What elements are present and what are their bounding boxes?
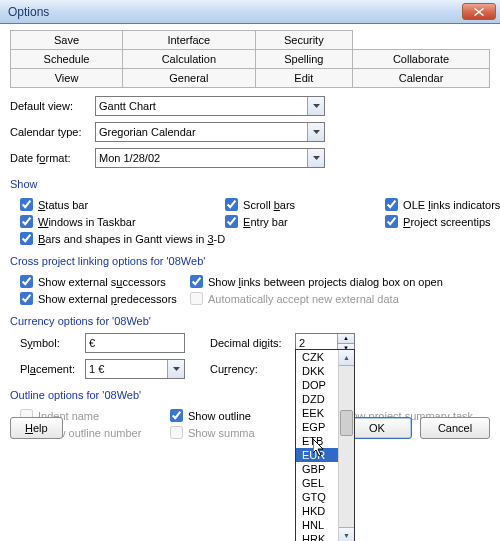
show-ext-pred-checkbox[interactable] bbox=[20, 292, 33, 305]
currency-option[interactable]: CZK bbox=[296, 350, 338, 364]
project-screentips-label: Project screentips bbox=[403, 216, 490, 228]
tab-general[interactable]: General bbox=[123, 69, 256, 88]
currency-option[interactable]: ETB bbox=[296, 434, 338, 448]
status-bar-checkbox[interactable] bbox=[20, 198, 33, 211]
titlebar: Options bbox=[0, 0, 500, 24]
auto-accept-checkbox bbox=[190, 292, 203, 305]
currency-option[interactable]: EEK bbox=[296, 406, 338, 420]
currency-option[interactable]: DKK bbox=[296, 364, 338, 378]
scroll-bars-label: Scroll bars bbox=[243, 199, 295, 211]
show-links-dialog-checkbox[interactable] bbox=[190, 275, 203, 288]
entry-bar-label: Entry bar bbox=[243, 216, 288, 228]
decimal-digits-value: 2 bbox=[299, 337, 305, 349]
cross-section-title: Cross project linking options for '08Web… bbox=[10, 255, 490, 267]
currency-option[interactable]: GTQ bbox=[296, 490, 338, 504]
show-ext-succ-label: Show external successors bbox=[38, 276, 166, 288]
tab-spelling[interactable]: Spelling bbox=[255, 50, 352, 69]
currency-section-title: Currency options for '08Web' bbox=[10, 315, 490, 327]
tab-security[interactable]: Security bbox=[255, 31, 352, 50]
date-format-select[interactable]: Mon 1/28/02 bbox=[95, 148, 325, 168]
currency-label: Currency: bbox=[210, 363, 295, 375]
calendar-type-value: Gregorian Calendar bbox=[99, 126, 196, 138]
scroll-thumb[interactable] bbox=[340, 410, 353, 436]
tab-save[interactable]: Save bbox=[11, 31, 123, 50]
currency-option[interactable]: HKD bbox=[296, 504, 338, 518]
currency-option[interactable]: DOP bbox=[296, 378, 338, 392]
show-links-dialog-label: Show links between projects dialog box o… bbox=[208, 276, 443, 288]
ole-links-checkbox[interactable] bbox=[385, 198, 398, 211]
currency-option[interactable]: GEL bbox=[296, 476, 338, 490]
bars-shapes-checkbox[interactable] bbox=[20, 232, 33, 245]
currency-dropdown-list[interactable]: CZKDKKDOPDZDEEKEGPETBEURGBPGELGTQHKDHNLH… bbox=[295, 349, 355, 541]
cancel-button[interactable]: Cancel bbox=[420, 417, 490, 439]
show-ext-succ-checkbox[interactable] bbox=[20, 275, 33, 288]
symbol-value: € bbox=[89, 337, 95, 349]
help-button[interactable]: Help bbox=[10, 417, 63, 439]
currency-option[interactable]: GBP bbox=[296, 462, 338, 476]
outline-section-title: Outline options for '08Web' bbox=[10, 389, 490, 401]
dialog-content: Save Interface Security Schedule Calcula… bbox=[0, 24, 500, 449]
window-title: Options bbox=[4, 5, 462, 19]
currency-option[interactable]: HRK bbox=[296, 532, 338, 541]
default-view-label: Default view: bbox=[10, 100, 95, 112]
tab-empty bbox=[353, 31, 490, 50]
placement-value: 1 € bbox=[89, 363, 104, 375]
date-format-label: Date format: bbox=[10, 152, 95, 164]
show-section-title: Show bbox=[10, 178, 490, 190]
ole-links-label: OLE links indicators bbox=[403, 199, 500, 211]
entry-bar-checkbox[interactable] bbox=[225, 215, 238, 228]
tab-view[interactable]: View bbox=[11, 69, 123, 88]
default-view-select[interactable]: Gantt Chart bbox=[95, 96, 325, 116]
tab-strip: Save Interface Security Schedule Calcula… bbox=[10, 30, 490, 88]
currency-option[interactable]: EGP bbox=[296, 420, 338, 434]
chevron-down-icon bbox=[307, 123, 324, 141]
tab-edit[interactable]: Edit bbox=[255, 69, 352, 88]
button-bar: Help OK Cancel bbox=[10, 417, 490, 439]
placement-label: Placement: bbox=[20, 363, 85, 375]
chevron-down-icon bbox=[307, 149, 324, 167]
symbol-label: Symbol: bbox=[20, 337, 85, 349]
calendar-type-select[interactable]: Gregorian Calendar bbox=[95, 122, 325, 142]
tab-schedule[interactable]: Schedule bbox=[11, 50, 123, 69]
currency-option[interactable]: DZD bbox=[296, 392, 338, 406]
chevron-down-icon bbox=[307, 97, 324, 115]
chevron-down-icon bbox=[167, 360, 184, 378]
date-format-value: Mon 1/28/02 bbox=[99, 152, 160, 164]
scroll-bars-checkbox[interactable] bbox=[225, 198, 238, 211]
windows-taskbar-checkbox[interactable] bbox=[20, 215, 33, 228]
symbol-input[interactable]: € bbox=[85, 333, 185, 353]
scroll-up-icon[interactable]: ▲ bbox=[339, 350, 354, 366]
status-bar-label: Status bar bbox=[38, 199, 88, 211]
placement-select[interactable]: 1 € bbox=[85, 359, 185, 379]
scroll-down-icon[interactable]: ▼ bbox=[339, 527, 354, 541]
currency-option[interactable]: HNL bbox=[296, 518, 338, 532]
tab-calculation[interactable]: Calculation bbox=[123, 50, 256, 69]
tab-interface[interactable]: Interface bbox=[123, 31, 256, 50]
tab-collaborate[interactable]: Collaborate bbox=[353, 50, 490, 69]
default-view-value: Gantt Chart bbox=[99, 100, 156, 112]
project-screentips-checkbox[interactable] bbox=[385, 215, 398, 228]
decimal-digits-label: Decimal digits: bbox=[210, 337, 295, 349]
bars-shapes-label: Bars and shapes in Gantt views in 3-D bbox=[38, 233, 225, 245]
calendar-type-label: Calendar type: bbox=[10, 126, 95, 138]
currency-option[interactable]: EUR bbox=[296, 448, 338, 462]
windows-taskbar-label: Windows in Taskbar bbox=[38, 216, 136, 228]
tab-calendar[interactable]: Calendar bbox=[353, 69, 490, 88]
auto-accept-label: Automatically accept new external data bbox=[208, 293, 399, 305]
show-ext-pred-label: Show external predecessors bbox=[38, 293, 177, 305]
close-button[interactable] bbox=[462, 3, 496, 20]
scrollbar[interactable]: ▲ ▼ bbox=[338, 350, 354, 541]
